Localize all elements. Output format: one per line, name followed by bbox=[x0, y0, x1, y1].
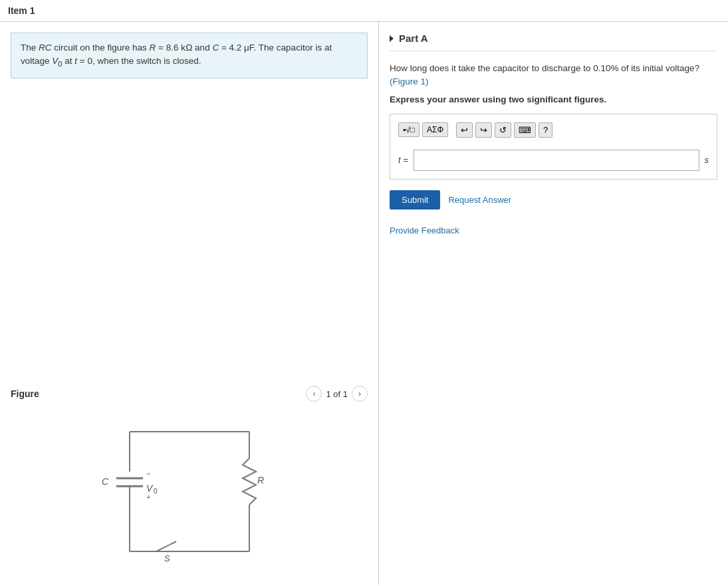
question-main: How long does it take the capacitor to d… bbox=[390, 63, 699, 73]
figure-section: Figure ‹ 1 of 1 › bbox=[11, 386, 368, 575]
svg-text:C: C bbox=[102, 476, 109, 487]
undo-button[interactable]: ↩ bbox=[456, 122, 473, 138]
circuit-diagram: C − V 0 + R S bbox=[11, 408, 368, 575]
main-layout: The RC circuit on the figure has R = 8.6… bbox=[0, 22, 728, 585]
part-a-header: Part A bbox=[390, 33, 717, 51]
problem-description: The RC circuit on the figure has R = 8.6… bbox=[11, 33, 368, 78]
refresh-button[interactable]: ↺ bbox=[495, 122, 511, 138]
keyboard-button[interactable]: ⌨ bbox=[514, 122, 536, 138]
undo-icon: ↩ bbox=[461, 125, 468, 135]
figure-reference-link[interactable]: (Figure 1) bbox=[390, 76, 429, 86]
right-panel: Part A How long does it take the capacit… bbox=[379, 22, 728, 585]
answer-input-field[interactable] bbox=[414, 150, 699, 171]
input-unit: s bbox=[705, 155, 709, 165]
pagination-text: 1 of 1 bbox=[326, 389, 348, 399]
input-label: t = bbox=[398, 155, 408, 165]
pagination-controls: ‹ 1 of 1 › bbox=[306, 386, 368, 402]
svg-text:+: + bbox=[146, 493, 150, 501]
prev-page-button[interactable]: ‹ bbox=[306, 386, 322, 402]
collapse-triangle-icon[interactable] bbox=[390, 35, 394, 42]
request-answer-link[interactable]: Request Answer bbox=[448, 195, 511, 205]
svg-line-4 bbox=[156, 541, 176, 551]
redo-icon: ↪ bbox=[480, 125, 487, 135]
keyboard-icon: ⌨ bbox=[519, 125, 531, 135]
circuit-svg: C − V 0 + R S bbox=[90, 412, 289, 571]
redo-button[interactable]: ↪ bbox=[475, 122, 492, 138]
svg-text:0: 0 bbox=[154, 488, 158, 495]
figure-header: Figure ‹ 1 of 1 › bbox=[11, 386, 368, 402]
submit-button[interactable]: Submit bbox=[390, 190, 440, 210]
part-a-label: Part A bbox=[399, 33, 428, 44]
question-text: How long does it take the capacitor to d… bbox=[390, 62, 717, 89]
left-panel: The RC circuit on the figure has R = 8.6… bbox=[0, 22, 379, 585]
matrix-sqrt-icon: ▪√□ bbox=[403, 125, 415, 134]
next-page-button[interactable]: › bbox=[352, 386, 368, 402]
refresh-icon: ↺ bbox=[499, 125, 507, 135]
item-label: Item 1 bbox=[8, 5, 35, 16]
express-instruction: Express your answer using two significan… bbox=[390, 94, 717, 104]
action-row: Submit Request Answer bbox=[390, 190, 717, 210]
answer-input-row: t = s bbox=[396, 147, 711, 174]
answer-box: ▪√□ ΑΣΦ ↩ ↪ ↺ ⌨ ? bbox=[390, 114, 717, 180]
svg-text:V: V bbox=[146, 483, 154, 494]
help-button[interactable]: ? bbox=[539, 122, 552, 138]
svg-text:S: S bbox=[164, 553, 170, 563]
help-icon: ? bbox=[543, 125, 548, 135]
feedback-link[interactable]: Provide Feedback bbox=[390, 225, 717, 235]
greek-symbols-button[interactable]: ΑΣΦ bbox=[422, 122, 448, 137]
answer-toolbar: ▪√□ ΑΣΦ ↩ ↪ ↺ ⌨ ? bbox=[396, 120, 711, 140]
problem-text: The RC circuit on the figure has R = 8.6… bbox=[21, 43, 332, 66]
figure-label: Figure bbox=[11, 388, 39, 399]
greek-symbols-icon: ΑΣΦ bbox=[427, 125, 443, 134]
svg-text:−: − bbox=[146, 470, 150, 478]
svg-text:R: R bbox=[257, 475, 264, 486]
page-header: Item 1 bbox=[0, 0, 728, 22]
matrix-sqrt-button[interactable]: ▪√□ bbox=[398, 122, 420, 137]
